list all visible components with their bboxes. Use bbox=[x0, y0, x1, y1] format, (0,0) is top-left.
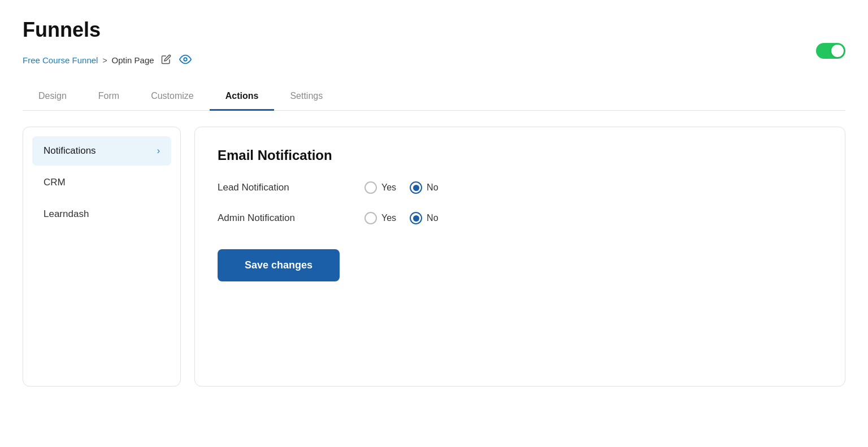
admin-no-radio[interactable] bbox=[410, 212, 422, 224]
save-changes-button[interactable]: Save changes bbox=[218, 249, 340, 281]
lead-no-label: No bbox=[427, 183, 438, 193]
lead-yes-label: Yes bbox=[381, 183, 396, 193]
sidebar-item-crm[interactable]: CRM bbox=[32, 168, 171, 197]
content-area: Notifications › CRM Learndash Email Noti… bbox=[23, 127, 845, 387]
admin-notification-label: Admin Notification bbox=[218, 212, 364, 224]
lead-notification-no[interactable]: No bbox=[410, 181, 438, 194]
eye-icon[interactable] bbox=[179, 53, 192, 67]
right-panel: Email Notification Lead Notification Yes… bbox=[194, 127, 845, 387]
sidebar-item-crm-label: CRM bbox=[44, 177, 66, 188]
tab-form[interactable]: Form bbox=[83, 83, 135, 111]
breadcrumb-current: Optin Page bbox=[112, 55, 154, 65]
breadcrumb-separator: > bbox=[102, 56, 107, 65]
breadcrumb-link[interactable]: Free Course Funnel bbox=[23, 55, 98, 65]
left-panel: Notifications › CRM Learndash bbox=[23, 127, 181, 387]
lead-no-radio[interactable] bbox=[410, 181, 422, 194]
lead-yes-radio[interactable] bbox=[364, 181, 377, 194]
admin-yes-label: Yes bbox=[381, 213, 396, 223]
chevron-right-icon: › bbox=[157, 146, 160, 156]
svg-point-0 bbox=[184, 58, 187, 61]
toggle-knob bbox=[831, 45, 844, 57]
lead-notification-label: Lead Notification bbox=[218, 182, 364, 193]
lead-notification-row: Lead Notification Yes No bbox=[218, 181, 822, 194]
tabs-container: Design Form Customize Actions Settings bbox=[23, 83, 845, 111]
pencil-icon[interactable] bbox=[161, 54, 171, 66]
sidebar-item-notifications-label: Notifications bbox=[44, 145, 96, 157]
tab-settings[interactable]: Settings bbox=[274, 83, 338, 111]
admin-notification-yes[interactable]: Yes bbox=[364, 212, 396, 224]
admin-notification-no[interactable]: No bbox=[410, 212, 438, 224]
tab-design[interactable]: Design bbox=[23, 83, 83, 111]
sidebar-item-learndash[interactable]: Learndash bbox=[32, 199, 171, 229]
admin-notification-row: Admin Notification Yes No bbox=[218, 212, 822, 224]
tab-customize[interactable]: Customize bbox=[135, 83, 210, 111]
section-title: Email Notification bbox=[218, 147, 822, 163]
breadcrumb: Free Course Funnel > Optin Page bbox=[23, 53, 192, 67]
page-toggle[interactable] bbox=[816, 43, 845, 59]
sidebar-item-notifications[interactable]: Notifications › bbox=[32, 136, 171, 166]
admin-yes-radio[interactable] bbox=[364, 212, 377, 224]
admin-notification-radio-group: Yes No bbox=[364, 212, 439, 224]
sidebar-item-learndash-label: Learndash bbox=[44, 209, 89, 220]
lead-notification-yes[interactable]: Yes bbox=[364, 181, 396, 194]
tab-actions[interactable]: Actions bbox=[210, 83, 275, 111]
page-title: Funnels bbox=[23, 18, 192, 42]
lead-notification-radio-group: Yes No bbox=[364, 181, 439, 194]
admin-no-label: No bbox=[427, 213, 438, 223]
